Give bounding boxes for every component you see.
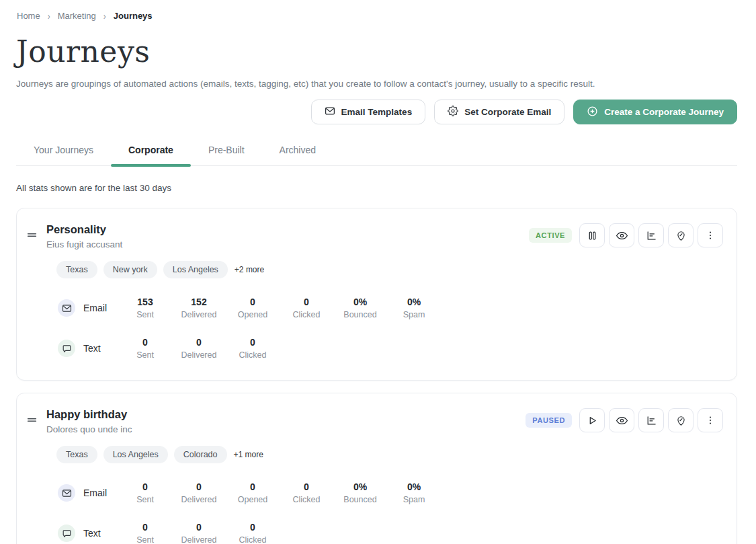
run-toggle-button[interactable] bbox=[579, 223, 605, 247]
stat-value: 0 bbox=[280, 481, 333, 492]
chat-bubble-icon bbox=[62, 529, 72, 539]
breadcrumb-item-home[interactable]: Home bbox=[17, 11, 40, 21]
stat-rows: Email 0 Sent 0 Delivered 0 Opened 0 Clic… bbox=[58, 481, 723, 544]
channel-icon bbox=[58, 340, 75, 357]
status-badge: ACTIVE bbox=[529, 228, 572, 243]
stat-value: 0% bbox=[333, 297, 387, 307]
journey-subtitle: Dolores quo unde inc bbox=[46, 424, 132, 434]
channel-icon bbox=[58, 299, 75, 317]
stat-label: Delivered bbox=[172, 310, 226, 319]
stat-cell: 0 Clicked bbox=[280, 297, 333, 319]
stat-value: 0 bbox=[226, 522, 280, 533]
stat-value: 0 bbox=[226, 481, 280, 492]
bar-chart-icon bbox=[646, 415, 657, 426]
more-menu-button[interactable] bbox=[698, 408, 723, 432]
breadcrumb-item-marketing[interactable]: Marketing bbox=[58, 11, 96, 21]
tab-archived[interactable]: Archived bbox=[262, 140, 333, 165]
eye-icon bbox=[616, 414, 628, 427]
channel-row: Email 0 Sent 0 Delivered 0 Opened 0 Clic… bbox=[58, 481, 723, 504]
stat-label: Spam bbox=[387, 495, 441, 504]
journey-card: Personality Eius fugit accusant ACTIVE bbox=[16, 208, 737, 381]
tab-your-journeys[interactable]: Your Journeys bbox=[16, 140, 111, 165]
preview-button[interactable] bbox=[609, 223, 634, 247]
preview-button[interactable] bbox=[609, 408, 634, 432]
stat-value: 0 bbox=[118, 481, 172, 492]
tags-row: TexasLos AngelesColorado+1 more bbox=[56, 446, 723, 463]
tags-row: TexasNew yorkLos Angeles+2 more bbox=[56, 261, 723, 278]
stat-value: 0 bbox=[118, 522, 172, 533]
stat-label: Clicked bbox=[280, 310, 333, 319]
stat-label: Bounced bbox=[333, 310, 387, 319]
journey-title: Personality bbox=[46, 223, 122, 236]
stat-cell: 0 Sent bbox=[118, 522, 172, 544]
create-journey-label: Create a Corporate Journey bbox=[604, 107, 724, 117]
more-tags[interactable]: +1 more bbox=[234, 450, 263, 459]
run-toggle-button[interactable] bbox=[579, 408, 605, 432]
drag-handle-icon[interactable] bbox=[26, 414, 38, 426]
stat-cell: 0 Delivered bbox=[172, 522, 226, 544]
play-icon bbox=[587, 415, 598, 426]
stat-cell: 0 Clicked bbox=[226, 337, 280, 360]
journey-title: Happy birthday bbox=[46, 408, 132, 421]
breadcrumb-item-journeys[interactable]: Journeys bbox=[114, 11, 153, 21]
stat-cell: 0 Opened bbox=[226, 297, 280, 319]
stat-cell: 0 Clicked bbox=[226, 522, 280, 544]
envelope-icon bbox=[62, 488, 72, 498]
tab-pre-built[interactable]: Pre-Built bbox=[191, 140, 262, 165]
stat-cells: 0 Sent 0 Delivered 0 Opened 0 Clicked 0%… bbox=[118, 481, 441, 504]
more-tags[interactable]: +2 more bbox=[235, 265, 264, 274]
stat-value: 0 bbox=[226, 297, 280, 307]
location-pin-icon bbox=[675, 230, 687, 241]
stat-label: Delivered bbox=[172, 495, 226, 504]
page-title: Journeys bbox=[16, 34, 737, 69]
channel-label: Text bbox=[83, 343, 118, 354]
stat-label: Opened bbox=[226, 310, 280, 319]
drag-handle-icon[interactable] bbox=[26, 229, 38, 241]
tag-pill: New york bbox=[103, 261, 157, 278]
chevron-right-icon: › bbox=[103, 10, 106, 22]
more-menu-button[interactable] bbox=[698, 223, 723, 247]
pause-icon bbox=[587, 230, 598, 241]
page-description: Journeys are groupings of automated acti… bbox=[16, 79, 737, 89]
journeys-tabs: Your JourneysCorporatePre-BuiltArchived bbox=[16, 140, 737, 166]
stat-cell: 0 Sent bbox=[118, 481, 172, 504]
journey-subtitle: Eius fugit accusant bbox=[46, 239, 122, 249]
location-pin-icon bbox=[675, 415, 687, 426]
header-actions: Email Templates Set Corporate Email Crea… bbox=[16, 100, 737, 124]
stat-label: Spam bbox=[387, 310, 441, 319]
stat-cells: 0 Sent 0 Delivered 0 Clicked bbox=[118, 522, 280, 544]
channel-label: Email bbox=[83, 303, 118, 313]
journeys-page: Home›Marketing›Journeys Journeys Journey… bbox=[0, 0, 756, 544]
stat-cell: 152 Delivered bbox=[172, 297, 226, 319]
set-corporate-email-button[interactable]: Set Corporate Email bbox=[434, 100, 564, 124]
stats-button[interactable] bbox=[638, 408, 664, 432]
stat-value: 0 bbox=[172, 522, 226, 533]
chat-bubble-icon bbox=[62, 344, 72, 354]
create-journey-button[interactable]: Create a Corporate Journey bbox=[573, 100, 737, 124]
stat-cell: 0 Sent bbox=[118, 337, 172, 360]
breadcrumb: Home›Marketing›Journeys bbox=[16, 11, 737, 21]
stat-label: Clicked bbox=[226, 350, 280, 360]
stat-cell: 0 Opened bbox=[226, 481, 280, 504]
channel-row: Text 0 Sent 0 Delivered 0 Clicked bbox=[58, 522, 723, 544]
journey-card: Happy birthday Dolores quo unde inc PAUS… bbox=[16, 393, 737, 544]
stat-value: 0 bbox=[118, 337, 172, 348]
stats-button[interactable] bbox=[638, 223, 664, 247]
stat-cell: 0% Spam bbox=[387, 297, 441, 319]
stat-label: Opened bbox=[226, 495, 280, 504]
tab-corporate[interactable]: Corporate bbox=[111, 140, 191, 165]
stat-rows: Email 153 Sent 152 Delivered 0 Opened 0 … bbox=[58, 297, 723, 360]
location-button[interactable] bbox=[668, 408, 694, 432]
stat-cell: 0% Bounced bbox=[333, 297, 387, 319]
stat-value: 152 bbox=[172, 297, 226, 307]
stat-value: 0% bbox=[387, 297, 441, 307]
stat-label: Sent bbox=[118, 495, 172, 504]
email-templates-button[interactable]: Email Templates bbox=[311, 100, 426, 124]
stat-label: Sent bbox=[118, 350, 172, 360]
channel-label: Text bbox=[83, 528, 118, 539]
stat-cell: 0 Clicked bbox=[280, 481, 333, 504]
channel-icon bbox=[58, 524, 75, 542]
location-button[interactable] bbox=[668, 223, 694, 247]
gear-icon bbox=[448, 106, 458, 118]
channel-label: Email bbox=[83, 488, 118, 498]
